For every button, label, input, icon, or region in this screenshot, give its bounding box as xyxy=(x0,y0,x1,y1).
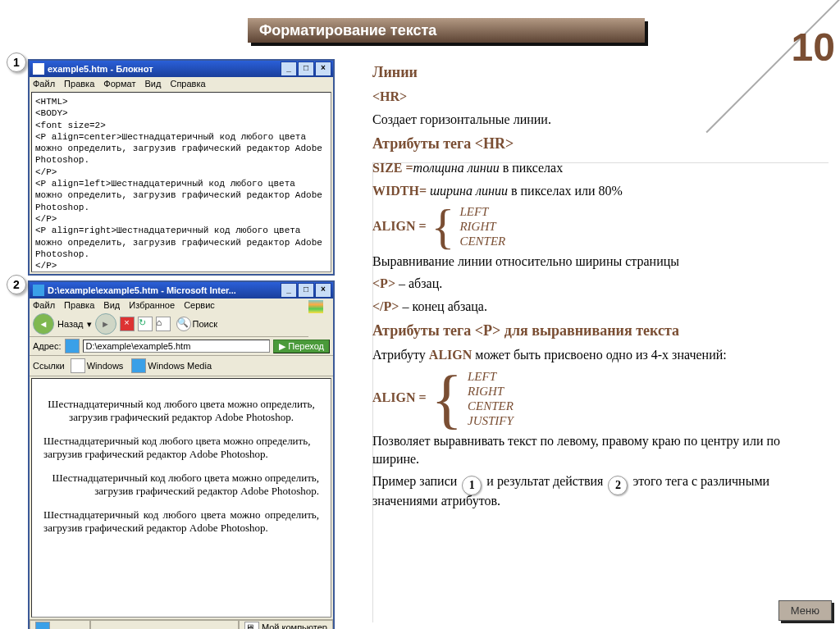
address-label: Адрес: xyxy=(33,341,62,351)
heading-p-attrs: Атрибуты тега <P> для выравнивания текст… xyxy=(372,321,815,341)
align-desc: Выравнивание линии относительно ширины с… xyxy=(372,253,815,271)
p-open: <P> – абзац. xyxy=(372,275,815,293)
hr-description: Создает горизонтальные линии. xyxy=(372,111,815,129)
opt-justify: JUSTIFY xyxy=(468,413,514,428)
menu-button[interactable]: Меню xyxy=(778,600,832,621)
menu-edit[interactable]: Правка xyxy=(64,300,94,310)
opt-right: RIGHT xyxy=(459,219,505,234)
links-label: Ссылки xyxy=(33,361,65,371)
search-icon: 🔍 xyxy=(176,317,191,331)
minimize-icon[interactable]: _ xyxy=(281,62,297,76)
link-windows[interactable]: Windows xyxy=(68,358,126,374)
menu-help[interactable]: Справка xyxy=(170,79,205,89)
align-block-2: ALIGN = { LEFT RIGHT CENTER JUSTIFY xyxy=(372,369,815,428)
brace-icon: { xyxy=(431,207,455,246)
ie-window: D:\example\example5.htm - Microsoft Inte… xyxy=(28,280,335,629)
ie-links-bar[interactable]: Ссылки Windows Windows Media xyxy=(30,356,333,376)
p-close: </P> – конец абзаца. xyxy=(372,298,815,316)
menu-edit[interactable]: Правка xyxy=(64,79,94,89)
computer-icon: 🖥 xyxy=(244,622,259,629)
opt-center: CENTER xyxy=(468,399,514,413)
menu-file[interactable]: Файл xyxy=(33,300,55,310)
home-icon[interactable]: ⌂ xyxy=(156,317,171,331)
para-right: Шестнадцатеричный код любого цвета можно… xyxy=(43,472,319,498)
menu-view[interactable]: Вид xyxy=(103,300,120,310)
window-controls[interactable]: _□× xyxy=(280,283,331,298)
ie-nav-toolbar[interactable]: ◄ Назад▾ ► × ↻ ⌂ 🔍Поиск xyxy=(30,312,308,337)
notepad-window: example5.htm - Блокнот _□× Файл Правка Ф… xyxy=(28,59,335,276)
close-icon[interactable]: × xyxy=(315,62,331,76)
tail-1: Позволяет выравнивать текст по левому, п… xyxy=(372,432,815,469)
close-icon[interactable]: × xyxy=(315,283,331,298)
ie-menubar[interactable]: Файл Правка Вид Избранное Сервис xyxy=(30,299,333,312)
search-button[interactable]: 🔍Поиск xyxy=(174,316,220,332)
back-label[interactable]: Назад xyxy=(57,319,84,329)
opt-center: CENTER xyxy=(459,234,505,248)
slide-title: Форматирование текста xyxy=(248,18,645,43)
menu-view[interactable]: Вид xyxy=(144,79,161,89)
para-justify: Шестнадцатеричный код любого цвета можно… xyxy=(43,508,319,535)
page-icon xyxy=(35,622,50,629)
opt-left: LEFT xyxy=(468,369,514,384)
badge-1-inline: 1 xyxy=(462,476,482,495)
tail-2: Пример записи 1 и результат действия 2 э… xyxy=(372,472,815,510)
brace-icon: { xyxy=(431,372,463,425)
notepad-titlebar: example5.htm - Блокнот _□× xyxy=(30,61,333,77)
window-controls[interactable]: _□× xyxy=(280,62,331,76)
attr-size: SIZE =толщина линии в пикселах xyxy=(372,159,815,177)
menu-fav[interactable]: Избранное xyxy=(129,300,175,310)
stop-icon[interactable]: × xyxy=(120,317,135,331)
notepad-menubar[interactable]: Файл Правка Формат Вид Справка xyxy=(30,77,333,90)
attr-width: WIDTH= ширина линии в пикселах или 80% xyxy=(372,182,815,200)
slide-content: Линии <HR> Создает горизонтальные линии.… xyxy=(372,57,815,515)
address-input[interactable]: D:\example\example5.htm xyxy=(83,340,271,353)
heading-hr-attrs: Атрибуты тега <HR> xyxy=(372,134,815,154)
menu-service[interactable]: Сервис xyxy=(184,300,215,310)
notepad-icon xyxy=(33,63,44,75)
opt-left: LEFT xyxy=(459,204,505,219)
ie-document: Шестнадцатеричный код любого цвета можно… xyxy=(31,378,331,618)
align-block-1: ALIGN = { LEFT RIGHT CENTER xyxy=(372,204,815,248)
heading-lines: Линии xyxy=(372,62,815,83)
go-button[interactable]: ▶ Переход xyxy=(273,340,330,353)
forward-button[interactable]: ► xyxy=(95,313,116,335)
status-zone: 🖥 Мой компьютер xyxy=(239,620,333,629)
ie-statusbar: Готово 🖥 Мой компьютер xyxy=(30,619,333,629)
badge-2-inline: 2 xyxy=(608,476,628,495)
slide-number: 10 xyxy=(792,25,835,70)
notepad-content[interactable]: <HTML> <BODY> <font size=2> <P align=cen… xyxy=(31,92,331,272)
back-button[interactable]: ◄ xyxy=(33,313,54,335)
opt-right: RIGHT xyxy=(468,384,514,399)
maximize-icon[interactable]: □ xyxy=(298,62,314,76)
minimize-icon[interactable]: _ xyxy=(281,283,297,298)
windows-flag-icon xyxy=(308,300,323,313)
para-center: Шестнадцатеричный код любого цвета можно… xyxy=(43,398,319,424)
ie-icon xyxy=(131,358,146,373)
win-icon xyxy=(71,358,85,373)
link-winmedia[interactable]: Windows Media xyxy=(129,358,214,374)
ie-title: D:\example\example5.htm - Microsoft Inte… xyxy=(48,285,236,295)
ie-address-bar[interactable]: Адрес: D:\example\example5.htm ▶ Переход xyxy=(30,337,333,356)
page-icon xyxy=(65,339,80,353)
maximize-icon[interactable]: □ xyxy=(298,283,314,298)
refresh-icon[interactable]: ↻ xyxy=(138,317,153,331)
badge-1: 1 xyxy=(7,52,26,72)
badge-2: 2 xyxy=(7,275,26,294)
notepad-title: example5.htm - Блокнот xyxy=(48,64,153,74)
ie-titlebar: D:\example\example5.htm - Microsoft Inte… xyxy=(30,282,333,299)
status-ready: Готово xyxy=(30,620,90,629)
para-left: Шестнадцатеричный код любого цвета можно… xyxy=(43,435,319,461)
menu-file[interactable]: Файл xyxy=(33,79,55,89)
ie-app-icon xyxy=(33,285,44,296)
menu-format[interactable]: Формат xyxy=(103,79,135,89)
